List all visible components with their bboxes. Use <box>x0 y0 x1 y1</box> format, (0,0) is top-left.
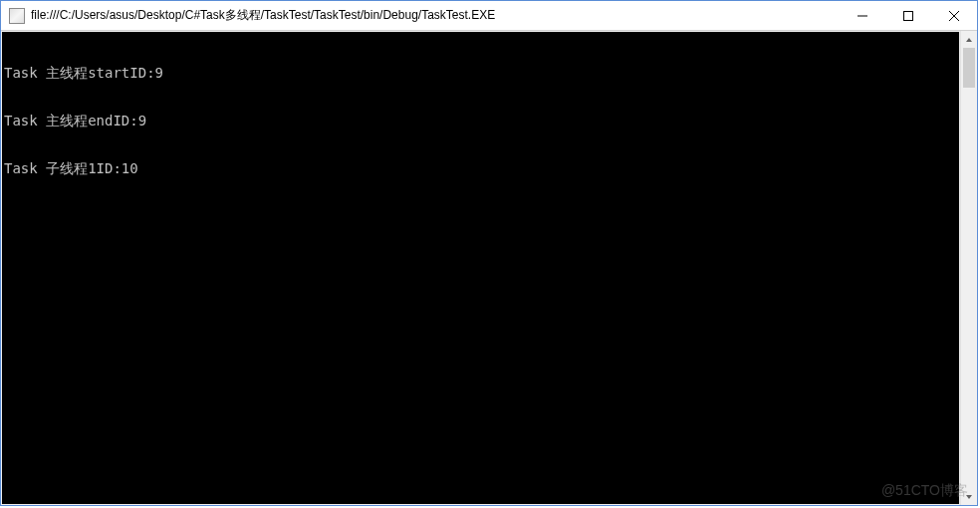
svg-marker-5 <box>966 495 972 499</box>
console-line: Task 主线程startID:9 <box>4 65 957 81</box>
minimize-button[interactable] <box>840 1 885 30</box>
close-icon <box>949 11 959 21</box>
console-line: Task 主线程endID:9 <box>4 113 957 128</box>
console-line: Task 子线程1ID:10 <box>4 160 957 176</box>
client-area: Task 主线程startID:9 Task 主线程endID:9 Task 子… <box>1 31 977 505</box>
scroll-down-button[interactable] <box>961 488 977 505</box>
scroll-track[interactable] <box>961 48 977 488</box>
svg-rect-1 <box>904 11 913 20</box>
scroll-thumb[interactable] <box>963 48 975 88</box>
close-button[interactable] <box>931 1 977 30</box>
window-controls <box>840 1 977 30</box>
console-output[interactable]: Task 主线程startID:9 Task 主线程endID:9 Task 子… <box>2 32 959 504</box>
titlebar[interactable]: file:///C:/Users/asus/Desktop/C#Task多线程/… <box>1 1 977 31</box>
svg-marker-4 <box>966 38 972 42</box>
application-window: file:///C:/Users/asus/Desktop/C#Task多线程/… <box>0 0 978 506</box>
minimize-icon <box>858 11 867 21</box>
maximize-icon <box>903 11 913 21</box>
scroll-up-button[interactable] <box>961 31 977 48</box>
chevron-down-icon <box>965 493 973 501</box>
vertical-scrollbar[interactable] <box>960 31 977 505</box>
window-title: file:///C:/Users/asus/Desktop/C#Task多线程/… <box>31 7 840 24</box>
chevron-up-icon <box>965 36 973 44</box>
maximize-button[interactable] <box>885 1 931 30</box>
app-icon <box>9 8 25 24</box>
